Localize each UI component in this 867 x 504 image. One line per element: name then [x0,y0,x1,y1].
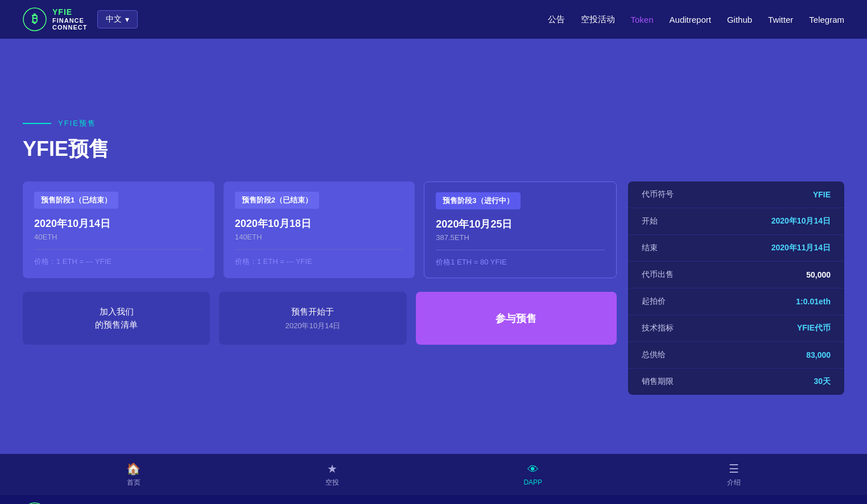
phase-3-eth: 387.5ETH [436,233,605,242]
nav-item-airdrop[interactable]: 空投活动 [581,14,615,25]
section-label: YFIE预售 [58,118,96,129]
info-label-end: 结束 [642,243,771,253]
phase-1-eth: 40ETH [34,233,203,241]
home-icon: 🏠 [126,462,141,476]
language-selector[interactable]: 中文 ▾ [97,10,138,28]
phase-1-badge: 预售阶段1（已结束） [34,192,118,209]
phase-2-eth: 140ETH [235,233,404,241]
info-value-tech: YFIE代币 [797,323,831,333]
phase-3-price: 价格1 ETH = 80 YFIE [436,250,605,267]
participate-button[interactable]: 参与预售 [416,292,617,345]
eye-icon: 👁 [527,463,539,476]
info-row-symbol: 代币符号 YFIE [628,181,844,208]
info-value-end: 2020年11月14日 [771,243,831,253]
join-list-text: 加入我们的预售清单 [95,305,138,331]
main-content: YFIE预售 YFIE预售 预售阶段1（已结束） 2020年10月14日 40E… [0,84,867,454]
star-icon: ★ [327,462,337,476]
phase-2-badge: 预售阶段2（已结束） [235,192,319,209]
nav-item-telegram[interactable]: Telegram [809,15,844,24]
footer-nav-intro[interactable]: ☰ 介绍 [727,462,741,488]
info-value-token-sale: 50,000 [806,270,831,279]
info-value-sale-period: 30天 [814,377,831,387]
start-label: 预售开始于 [291,305,334,319]
info-value-starting-price: 1:0.01eth [796,297,831,306]
info-label-total-supply: 总供给 [642,350,806,360]
info-row-tech: 技术指标 YFIE代币 [628,315,844,342]
phases-column: 预售阶段1（已结束） 2020年10月14日 40ETH 价格：1 ETH = … [23,181,617,345]
phase-card-2: 预售阶段2（已结束） 2020年10月18日 140ETH 价格：1 ETH =… [224,181,415,278]
footer-nav-intro-label: 介绍 [727,478,741,488]
info-label-symbol: 代币符号 [642,189,813,200]
info-value-symbol: YFIE [813,190,831,199]
info-label-sale-period: 销售期限 [642,377,814,387]
info-row-start: 开始 2020年10月14日 [628,208,844,235]
info-row-sale-period: 销售期限 30天 [628,369,844,395]
header-left: ₿ YFIE FINANCE CONNECT 中文 ▾ [23,7,138,31]
chevron-down-icon: ▾ [125,15,129,24]
phase-card-1: 预售阶段1（已结束） 2020年10月14日 40ETH 价格：1 ETH = … [23,181,214,278]
info-label-tech: 技术指标 [642,323,797,333]
phase-3-badge: 预售阶段3（进行中） [436,192,520,209]
footer-nav-home-label: 首页 [127,478,141,488]
phase-2-date: 2020年10月18日 [235,217,404,230]
hero-spacer [0,39,867,84]
phase-2-price: 价格：1 ETH = --- YFIE [235,249,404,267]
nav-item-token[interactable]: Token [631,15,654,24]
footer-nav-home[interactable]: 🏠 首页 [126,462,141,488]
logo-text: YFIE FINANCE CONNECT [52,8,87,31]
info-row-end: 结束 2020年11月14日 [628,235,844,262]
info-label-start: 开始 [642,216,771,226]
start-date-card: 预售开始于 2020年10月14日 [219,292,406,345]
footer-nav: 🏠 首页 ★ 空投 👁 DAPP ☰ 介绍 [0,454,867,495]
info-label-token-sale: 代币出售 [642,270,806,280]
phase-1-date: 2020年10月14日 [34,217,203,230]
join-list-card: 加入我们的预售清单 [23,292,210,345]
info-label-starting-price: 起拍价 [642,296,796,307]
nav-item-auditreport[interactable]: Auditreport [670,15,711,24]
svg-text:₿: ₿ [32,13,38,25]
action-row: 加入我们的预售清单 预售开始于 2020年10月14日 参与预售 [23,292,617,345]
phases-row: 预售阶段1（已结束） 2020年10月14日 40ETH 价格：1 ETH = … [23,181,617,278]
info-row-total-supply: 总供给 83,000 [628,342,844,369]
page-title: YFIE预售 [23,135,844,163]
info-value-start: 2020年10月14日 [771,216,831,226]
footer-nav-airdrop-label: 空投 [325,478,339,488]
footer-nav-dapp[interactable]: 👁 DAPP [523,463,542,486]
info-row-starting-price: 起拍价 1:0.01eth [628,288,844,315]
nav-item-announcement[interactable]: 公告 [548,14,565,25]
info-table: 代币符号 YFIE 开始 2020年10月14日 结束 2020年11月14日 … [628,181,844,395]
section-label-row: YFIE预售 [23,118,844,129]
logo-icon: ₿ [23,7,47,31]
footer-nav-dapp-label: DAPP [523,478,542,486]
menu-icon: ☰ [729,462,739,476]
section-line [23,123,51,124]
footer-nav-airdrop[interactable]: ★ 空投 [325,462,339,488]
second-header: ₿ YFIE FINANCE CONNECT 中文 ▾ 公告 空投活动 Toke… [0,495,867,504]
info-value-total-supply: 83,000 [806,350,831,360]
nav-item-twitter[interactable]: Twitter [768,15,793,24]
presale-grid: 预售阶段1（已结束） 2020年10月14日 40ETH 价格：1 ETH = … [23,181,844,395]
start-date: 2020年10月14日 [286,321,341,331]
phase-3-date: 2020年10月25日 [436,217,605,231]
phase-card-3: 预售阶段3（进行中） 2020年10月25日 387.5ETH 价格1 ETH … [424,181,617,278]
logo[interactable]: ₿ YFIE FINANCE CONNECT [23,7,87,31]
main-header: ₿ YFIE FINANCE CONNECT 中文 ▾ 公告 空投活动 Toke… [0,0,867,39]
main-nav: 公告 空投活动 Token Auditreport Github Twitter… [548,14,845,25]
info-row-token-sale: 代币出售 50,000 [628,262,844,288]
phase-1-price: 价格：1 ETH = --- YFIE [34,249,203,267]
nav-item-github[interactable]: Github [727,15,752,24]
